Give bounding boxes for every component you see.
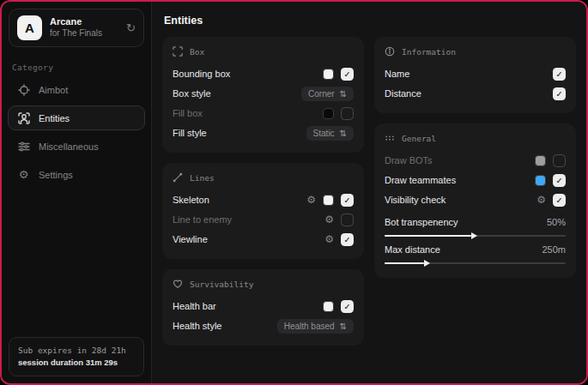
updown-arrows-icon: ⇅ (340, 322, 347, 331)
gear-icon: ⚙ (17, 168, 30, 181)
color-swatch[interactable] (323, 301, 334, 312)
category-label: Category (12, 63, 141, 72)
gear-icon[interactable]: ⚙ (536, 195, 546, 205)
checkbox-checked[interactable]: ✓ (553, 194, 566, 207)
setting-row-draw-teammates: Draw teammates ✓ (385, 171, 566, 189)
sidebar-item-miscellaneous[interactable]: Miscellaneous (8, 134, 145, 159)
slider-track[interactable] (385, 262, 566, 264)
panel-box: Box Bounding box ✓ Box style Corner (162, 37, 364, 153)
setting-row-fill-box: Fill box (173, 104, 354, 123)
slider-thumb[interactable] (471, 232, 477, 239)
health-style-select[interactable]: Health based ⇅ (277, 319, 354, 334)
checkbox-checked[interactable]: ✓ (553, 68, 566, 81)
setting-row-health-style: Health style Health based ⇅ (173, 316, 354, 335)
slider-thumb[interactable] (424, 260, 430, 267)
panel-header-label: Lines (190, 173, 215, 183)
app-header-card: A Arcane for The Finals ↻ (9, 9, 144, 47)
line-icon (173, 172, 183, 183)
checkbox-checked[interactable]: ✓ (341, 233, 354, 246)
slider-value: 250m (542, 244, 566, 255)
sub-expires-text: Sub expires in 28d 21h (18, 345, 135, 357)
right-column: Information Name ✓ Distance ✓ (374, 37, 576, 278)
slider-max-distance: Max distance 250m (385, 244, 566, 264)
panel-header-label: General (402, 134, 436, 143)
setting-row-visibility-check: Visibility check ⚙ ✓ (385, 190, 566, 209)
sidebar-nav: Aimbot Entities Miscellaneous ⚙ Settings (2, 75, 151, 189)
color-swatch[interactable] (323, 108, 334, 119)
box-corners-icon (173, 46, 183, 57)
main-content: Entities Box Bounding box ✓ (152, 2, 586, 383)
panel-header-label: Box (190, 47, 204, 57)
slider-value: 50% (547, 217, 566, 227)
sidebar-item-settings[interactable]: ⚙ Settings (8, 162, 145, 187)
checkbox-unchecked[interactable] (341, 107, 354, 120)
setting-row-health-bar: Health bar ✓ (173, 297, 354, 316)
fill-style-select[interactable]: Static ⇅ (306, 126, 354, 141)
box-style-select[interactable]: Corner ⇅ (301, 87, 354, 101)
sidebar: A Arcane for The Finals ↻ Category Aimbo… (2, 2, 152, 383)
gear-icon[interactable]: ⚙ (324, 234, 334, 244)
setting-row-bounding-box: Bounding box ✓ (173, 64, 354, 83)
color-swatch[interactable] (323, 69, 334, 80)
checkbox-unchecked[interactable] (341, 214, 354, 226)
sidebar-item-label: Settings (39, 170, 73, 180)
sidebar-item-label: Miscellaneous (39, 141, 99, 152)
app-title: Arcane (50, 16, 118, 28)
checkbox-checked[interactable]: ✓ (553, 174, 566, 187)
panel-lines: Lines Skeleton ⚙ ✓ Line to enemy ⚙ (162, 163, 364, 259)
checkbox-checked[interactable]: ✓ (341, 300, 354, 313)
left-column: Box Bounding box ✓ Box style Corner (162, 37, 364, 346)
checkbox-unchecked[interactable] (553, 154, 566, 167)
slider-track[interactable] (385, 235, 566, 237)
setting-row-distance: Distance ✓ (385, 84, 566, 103)
info-icon (385, 46, 395, 57)
app-logo: A (17, 15, 42, 40)
setting-row-line-to-enemy: Line to enemy ⚙ (173, 210, 354, 229)
sidebar-item-label: Entities (39, 113, 70, 123)
page-title: Entities (164, 15, 576, 27)
setting-row-draw-bots: Draw BOTs (385, 151, 566, 170)
app-subtitle: for The Finals (50, 28, 118, 39)
panel-survivability: Survivability Health bar ✓ Health style … (162, 269, 364, 346)
sidebar-item-aimbot[interactable]: Aimbot (8, 77, 145, 102)
sidebar-item-entities[interactable]: Entities (8, 105, 145, 130)
heart-icon (173, 279, 183, 289)
refresh-icon[interactable]: ↻ (126, 21, 136, 34)
sliders-icon (17, 141, 30, 153)
setting-row-name: Name ✓ (385, 64, 566, 83)
checkbox-checked[interactable]: ✓ (553, 87, 566, 100)
setting-row-skeleton: Skeleton ⚙ ✓ (173, 190, 354, 209)
gear-icon[interactable]: ⚙ (324, 214, 334, 225)
gear-icon[interactable]: ⚙ (306, 195, 316, 205)
entities-icon (17, 112, 30, 124)
color-swatch[interactable] (535, 175, 546, 186)
panel-header-label: Information (402, 47, 456, 57)
app-window: A Arcane for The Finals ↻ Category Aimbo… (0, 0, 588, 385)
sidebar-item-label: Aimbot (39, 85, 68, 95)
setting-row-box-style: Box style Corner ⇅ (173, 84, 354, 103)
panel-general: General Draw BOTs Draw teammates ✓ (374, 123, 576, 278)
color-swatch[interactable] (535, 155, 546, 166)
crosshair-icon (17, 84, 30, 96)
session-duration-text: session duration 31m 29s (18, 357, 135, 369)
color-swatch[interactable] (323, 195, 334, 206)
grid-dots-icon (385, 133, 395, 143)
updown-arrows-icon: ⇅ (340, 129, 347, 138)
checkbox-checked[interactable]: ✓ (341, 68, 354, 81)
panel-information: Information Name ✓ Distance ✓ (374, 37, 576, 113)
slider-bot-transparency: Bot transpenency 50% (385, 217, 566, 237)
subscription-status-card: Sub expires in 28d 21h session duration … (9, 337, 144, 377)
panel-header-label: Survivability (190, 280, 253, 289)
checkbox-checked[interactable]: ✓ (341, 194, 354, 207)
setting-row-viewline: Viewline ⚙ ✓ (173, 230, 354, 249)
updown-arrows-icon: ⇅ (340, 89, 347, 99)
setting-row-fill-style: Fill style Static ⇅ (173, 123, 354, 142)
